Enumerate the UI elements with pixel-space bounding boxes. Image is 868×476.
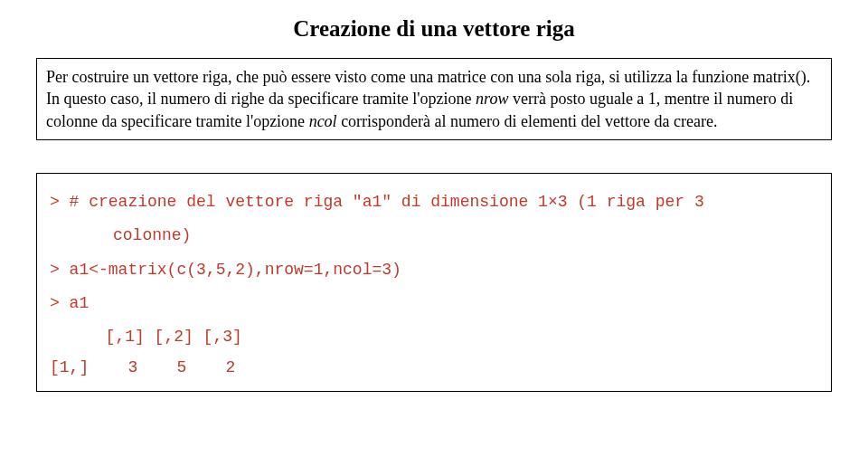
ncol-italic: ncol [309,112,337,130]
description-text-2c: corrisponderà al numero di elementi del … [337,112,718,130]
code-output-row: [1,] 3 5 2 [50,357,818,378]
code-line-1: > a1<-matrix(c(3,5,2),nrow=1,ncol=3) [50,260,818,281]
code-comment-1: > # creazione del vettore riga "a1" di d… [50,192,818,213]
code-comment-2: colonne) [50,225,818,246]
description-text-2a: In questo caso, il numero di righe da sp… [46,90,476,108]
description-box: Per costruire un vettore riga, che può e… [36,58,832,140]
code-box: > # creazione del vettore riga "a1" di d… [36,173,832,392]
description-text-1: Per costruire un vettore riga, che può e… [46,68,810,86]
nrow-italic: nrow [476,90,508,108]
code-line-2: > a1 [50,293,818,314]
code-output-header: [,1] [,2] [,3] [50,327,818,347]
page-title: Creazione di una vettore riga [36,16,832,42]
